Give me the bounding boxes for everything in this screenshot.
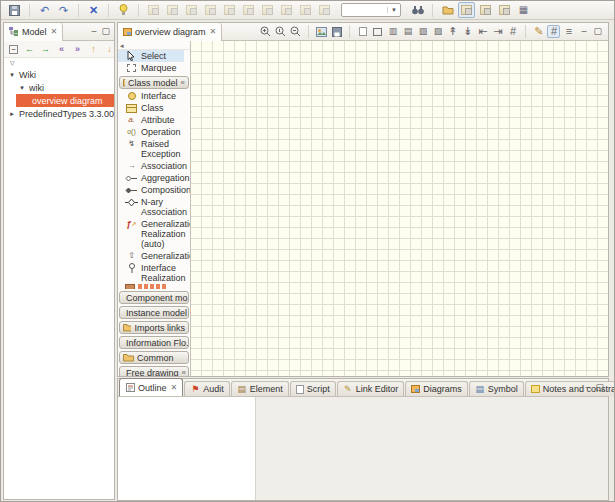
expand-twisty-icon[interactable]: ▾ bbox=[18, 84, 26, 92]
clipped-palette-item[interactable] bbox=[118, 284, 190, 289]
open-folder-button[interactable] bbox=[439, 2, 456, 18]
palette-item-interface-realization[interactable]: Interface Realization bbox=[118, 262, 190, 284]
create-diagram-button-7[interactable] bbox=[259, 2, 276, 18]
create-diagram-button-5[interactable] bbox=[221, 2, 238, 18]
palette-item-interface[interactable]: Interface bbox=[118, 90, 190, 102]
move-up-button[interactable]: ↑ bbox=[87, 43, 100, 56]
create-table-button-2[interactable] bbox=[297, 2, 314, 18]
previous-element-button[interactable]: « bbox=[55, 43, 68, 56]
search-button[interactable] bbox=[409, 2, 426, 18]
palette-tool-marquee[interactable]: Marquee bbox=[118, 62, 190, 74]
tree-item-wiki-project[interactable]: ▾ Wiki bbox=[4, 68, 114, 81]
close-icon[interactable]: ✕ bbox=[210, 27, 217, 36]
collapse-all-button[interactable]: − bbox=[7, 43, 20, 56]
tab-outline[interactable]: Outline ✕ bbox=[119, 378, 183, 396]
create-diagram-button-2[interactable] bbox=[164, 2, 181, 18]
palette-section-component-model[interactable]: Component mo... bbox=[119, 291, 189, 304]
palette-section-imports-links[interactable]: Imports links bbox=[119, 321, 189, 334]
next-element-button[interactable]: » bbox=[71, 43, 84, 56]
delete-button[interactable]: ✕ bbox=[85, 2, 102, 18]
tab-element[interactable]: ▤ Element bbox=[231, 381, 289, 396]
lower-element-button[interactable]: ↡ bbox=[461, 25, 474, 38]
tree-item-predefined-types[interactable]: ▸ PredefinedTypes 3.3.00 bbox=[4, 107, 114, 120]
tree-item-overview-diagram[interactable]: overview diagram bbox=[16, 94, 114, 107]
tab-audit[interactable]: ⚑ Audit bbox=[184, 381, 230, 396]
palette-item-nary-association[interactable]: N-ary Association bbox=[118, 196, 190, 218]
align-top-button[interactable]: ▨ bbox=[431, 25, 444, 38]
page-setup-button[interactable] bbox=[356, 25, 369, 38]
view-menu-button[interactable]: ▽ bbox=[4, 58, 114, 68]
palette-item-generalization-realization-auto[interactable]: ƒ↗ Generalizatio... Realization (auto) bbox=[118, 218, 190, 250]
minimize-button[interactable]: – bbox=[585, 383, 590, 392]
palette-section-information-flow[interactable]: Information Flo... bbox=[119, 336, 189, 349]
save-button[interactable] bbox=[6, 2, 23, 18]
swap-view-button[interactable] bbox=[496, 2, 513, 18]
create-table-button-1[interactable] bbox=[278, 2, 295, 18]
navigate-forward-button[interactable]: → bbox=[39, 43, 52, 56]
same-width-button[interactable]: ⇤ bbox=[476, 25, 489, 38]
export-image-button[interactable] bbox=[315, 25, 328, 38]
sync-with-explorer-button[interactable] bbox=[458, 2, 475, 18]
image-icon bbox=[316, 27, 327, 37]
close-icon[interactable]: ✕ bbox=[51, 27, 58, 36]
zoom-in-button[interactable] bbox=[259, 25, 272, 38]
palette-item-attribute[interactable]: a. Attribute bbox=[118, 114, 190, 126]
format-painter-button[interactable]: ✎ bbox=[532, 25, 545, 38]
show-guides-button[interactable]: ≡ bbox=[562, 25, 575, 38]
maximize-button[interactable]: ▢ bbox=[593, 27, 602, 36]
tree-item-wiki-package[interactable]: ▾ wiki bbox=[4, 81, 114, 94]
diagram-canvas[interactable] bbox=[191, 41, 608, 376]
tab-symbol[interactable]: ▤ Symbol bbox=[469, 381, 524, 396]
search-combo[interactable]: ▼ bbox=[341, 3, 401, 17]
palette-section-instance-model[interactable]: Instance model bbox=[119, 306, 189, 319]
show-grid-button[interactable]: # bbox=[506, 25, 519, 38]
navigate-back-button[interactable]: ← bbox=[23, 43, 36, 56]
collapsed-twisty-icon[interactable]: ▸ bbox=[8, 110, 16, 118]
fit-to-content-button[interactable] bbox=[371, 25, 384, 38]
palette-item-composition[interactable]: Composition bbox=[118, 184, 190, 196]
tab-diagrams[interactable]: Diagrams bbox=[405, 381, 468, 396]
palette-tool-select[interactable]: Select bbox=[118, 50, 184, 62]
snap-to-grid-button[interactable]: # bbox=[547, 25, 560, 38]
raise-element-button[interactable]: ↟ bbox=[446, 25, 459, 38]
create-diagram-button-1[interactable] bbox=[145, 2, 162, 18]
palette-item-aggregation[interactable]: Aggregation bbox=[118, 172, 190, 184]
palette-item-operation[interactable]: o() Operation bbox=[118, 126, 190, 138]
close-icon[interactable]: ✕ bbox=[171, 383, 178, 392]
palette-section-common[interactable]: Common bbox=[119, 351, 189, 364]
palette-section-free-drawing[interactable]: Free drawing « bbox=[119, 366, 189, 376]
zoom-original-button[interactable] bbox=[274, 25, 287, 38]
palette-collapse-button[interactable]: ◂ bbox=[118, 41, 190, 50]
create-diagram-button-6[interactable] bbox=[240, 2, 257, 18]
expand-twisty-icon[interactable]: ▾ bbox=[8, 71, 16, 79]
palette-item-generalization[interactable]: ⇧ Generalization bbox=[118, 250, 190, 262]
maximize-button[interactable]: ▢ bbox=[101, 27, 110, 36]
minimize-button[interactable]: – bbox=[581, 27, 586, 36]
same-height-button[interactable]: ⇥ bbox=[491, 25, 504, 38]
create-diagram-button-4[interactable] bbox=[202, 2, 219, 18]
redo-button[interactable]: ↷ bbox=[55, 2, 72, 18]
hint-button[interactable] bbox=[115, 2, 132, 18]
create-diagram-button-3[interactable] bbox=[183, 2, 200, 18]
align-right-button[interactable]: ▧ bbox=[416, 25, 429, 38]
move-down-button[interactable]: ↓ bbox=[103, 43, 114, 56]
minimize-button[interactable]: – bbox=[91, 27, 96, 36]
link-model-button[interactable] bbox=[477, 2, 494, 18]
create-table-button-3[interactable] bbox=[316, 2, 333, 18]
tab-link-editor[interactable]: ✎ Link Editor bbox=[337, 381, 405, 396]
align-left-button[interactable]: ▥ bbox=[386, 25, 399, 38]
tab-script[interactable]: Script bbox=[290, 381, 336, 396]
grid-view-button[interactable]: ▦ bbox=[515, 2, 532, 18]
palette-item-association[interactable]: → Association bbox=[118, 160, 190, 172]
zoom-out-button[interactable] bbox=[289, 25, 302, 38]
tab-model[interactable]: Model ✕ bbox=[4, 23, 63, 41]
palette-section-class-model[interactable]: Class model « bbox=[119, 76, 189, 89]
maximize-button[interactable]: ▢ bbox=[595, 383, 604, 392]
save-diagram-button[interactable] bbox=[330, 25, 343, 38]
tab-overview-diagram[interactable]: overview diagram ✕ bbox=[118, 23, 222, 41]
palette-item-raised-exception[interactable]: ↯ Raised Exception bbox=[118, 138, 190, 160]
palette-item-class[interactable]: Class bbox=[118, 102, 190, 114]
align-center-button[interactable]: ▤ bbox=[401, 25, 414, 38]
outline-view-content[interactable] bbox=[118, 397, 256, 500]
undo-button[interactable]: ↶ bbox=[36, 2, 53, 18]
